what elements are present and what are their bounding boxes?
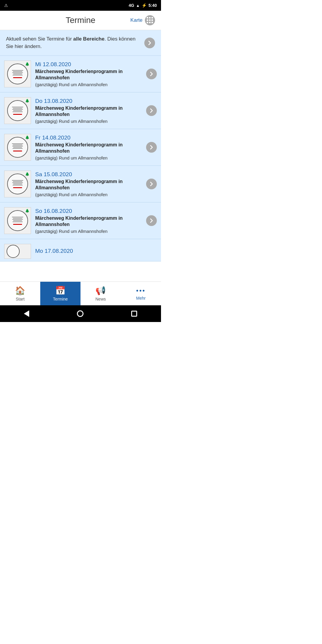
time-label: 5:40 xyxy=(148,3,157,8)
event-thumbnail: 🌲 xyxy=(4,207,31,234)
nav-label-start: Start xyxy=(16,297,25,301)
event-thumbnail: 🌲 xyxy=(4,97,31,124)
event-thumbnail: 🌲 xyxy=(4,61,31,87)
calendar-icon: 📅 xyxy=(55,286,66,295)
event-title: Märchenweg Kinderferienprogramm in Allma… xyxy=(35,142,142,154)
karte-button[interactable]: Karte xyxy=(130,15,155,25)
page-title: Termine xyxy=(66,16,95,25)
nav-item-mehr[interactable]: ••• Mehr xyxy=(121,282,161,305)
event-title: Märchenweg Kinderferienprogramm in Allma… xyxy=(35,69,142,81)
status-bar: ⚠ 4G ▲ ⚡ 5:40 xyxy=(0,0,161,11)
recents-button[interactable] xyxy=(129,308,140,319)
events-list: 🌲 Mi 12.08.2020 Märchenweg Kinderferienp… xyxy=(0,56,161,261)
content-area: Aktuell sehen Sie Termine für alle Berei… xyxy=(0,30,161,281)
event-date: Fr 14.08.2020 xyxy=(35,134,142,141)
news-icon: 📢 xyxy=(95,286,106,295)
nav-item-news[interactable]: 📢 News xyxy=(80,282,121,305)
home-button[interactable] xyxy=(75,308,86,319)
event-date: Mi 12.08.2020 xyxy=(35,61,142,68)
status-right: 4G ▲ ⚡ 5:40 xyxy=(129,3,157,8)
nav-label-termine: Termine xyxy=(53,297,68,301)
info-banner-text: Aktuell sehen Sie Termine für alle Berei… xyxy=(6,35,141,50)
event-item[interactable]: Mo 17.08.2020 xyxy=(0,239,161,261)
event-info: Do 13.08.2020 Märchenweg Kinderferienpro… xyxy=(35,98,142,124)
event-subtitle: (ganztägig) Rund um Allmannshofen xyxy=(35,229,142,234)
event-chevron[interactable] xyxy=(146,142,157,153)
event-thumbnail xyxy=(4,244,31,259)
info-banner-chevron[interactable] xyxy=(144,38,155,48)
event-info: So 16.08.2020 Märchenweg Kinderferienpro… xyxy=(35,208,142,234)
karte-label: Karte xyxy=(130,17,143,23)
event-chevron[interactable] xyxy=(146,215,157,226)
event-date: Mo 17.08.2020 xyxy=(35,248,157,254)
event-info: Fr 14.08.2020 Märchenweg Kinderferienpro… xyxy=(35,134,142,160)
nav-label-news: News xyxy=(95,297,106,301)
event-item[interactable]: 🌲 Mi 12.08.2020 Märchenweg Kinderferienp… xyxy=(0,56,161,92)
event-info: Mi 12.08.2020 Märchenweg Kinderferienpro… xyxy=(35,61,142,87)
event-subtitle: (ganztägig) Rund um Allmannshofen xyxy=(35,119,142,124)
event-thumbnail: 🌲 xyxy=(4,171,31,197)
network-label: 4G xyxy=(129,3,134,8)
bottom-nav: 🏠 Start 📅 Termine 📢 News ••• Mehr xyxy=(0,281,161,305)
event-chevron[interactable] xyxy=(146,69,157,79)
event-title: Märchenweg Kinderferienprogramm in Allma… xyxy=(35,179,142,191)
android-nav-bar xyxy=(0,305,161,322)
event-subtitle: (ganztägig) Rund um Allmannshofen xyxy=(35,82,142,87)
grid-icon xyxy=(145,15,155,25)
nav-item-termine[interactable]: 📅 Termine xyxy=(40,282,80,305)
mehr-dots-icon: ••• xyxy=(136,287,145,295)
info-banner[interactable]: Aktuell sehen Sie Termine für alle Berei… xyxy=(0,30,161,56)
warning-icon: ⚠ xyxy=(4,3,8,8)
event-item[interactable]: 🌲 So 16.08.2020 Märchenweg Kinderferienp… xyxy=(0,202,161,239)
home-icon: 🏠 xyxy=(15,286,25,295)
event-title: Märchenweg Kinderferienprogramm in Allma… xyxy=(35,215,142,228)
page-header: Termine Karte xyxy=(0,11,161,30)
signal-icon: ▲ xyxy=(136,3,140,8)
event-subtitle: (ganztägig) Rund um Allmannshofen xyxy=(35,155,142,160)
event-date: Sa 15.08.2020 xyxy=(35,171,142,178)
nav-label-mehr: Mehr xyxy=(136,296,146,301)
event-title: Märchenweg Kinderferienprogramm in Allma… xyxy=(35,105,142,118)
event-thumbnail: 🌲 xyxy=(4,134,31,161)
event-date: Do 13.08.2020 xyxy=(35,98,142,104)
battery-icon: ⚡ xyxy=(142,3,147,8)
event-date: So 16.08.2020 xyxy=(35,208,142,214)
event-item[interactable]: 🌲 Sa 15.08.2020 Märchenweg Kinderferienp… xyxy=(0,166,161,202)
event-chevron[interactable] xyxy=(146,179,157,189)
event-item[interactable]: 🌲 Do 13.08.2020 Märchenweg Kinderferienp… xyxy=(0,92,161,129)
event-info: Mo 17.08.2020 xyxy=(35,248,157,255)
event-item[interactable]: 🌲 Fr 14.08.2020 Märchenweg Kinderferienp… xyxy=(0,129,161,166)
event-chevron[interactable] xyxy=(146,105,157,116)
event-info: Sa 15.08.2020 Märchenweg Kinderferienpro… xyxy=(35,171,142,197)
nav-item-start[interactable]: 🏠 Start xyxy=(0,282,40,305)
event-subtitle: (ganztägig) Rund um Allmannshofen xyxy=(35,192,142,197)
back-button[interactable] xyxy=(21,308,32,319)
